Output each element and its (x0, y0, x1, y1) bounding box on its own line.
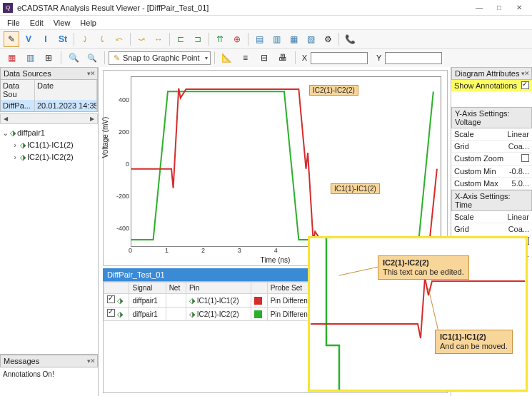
minimize-button[interactable]: — (469, 1, 489, 15)
row-checkbox[interactable] (107, 309, 115, 317)
window-title: eCADSTAR Analysis Result Viewer - [DiffP… (17, 4, 469, 12)
row-checkbox[interactable] (107, 295, 115, 303)
tool-phone[interactable]: 📞 (342, 31, 358, 47)
xtick: 3 (238, 247, 241, 254)
snap-icon[interactable]: ⊞ (41, 50, 56, 66)
align2-icon[interactable]: ⊟ (256, 50, 272, 66)
separator (295, 51, 296, 64)
menu-help[interactable]: Help (76, 17, 101, 29)
zoom-in-icon[interactable]: 🔍 (66, 50, 81, 66)
grid-col[interactable]: Pin (186, 283, 251, 294)
data-sources-table[interactable]: Data SouDate DiffPa...20.01.2023 14:35 (0, 80, 98, 112)
show-annotations-row[interactable]: Show Annotations (451, 80, 532, 91)
separator (104, 51, 105, 64)
section-header: X-Axis Settings: Time (451, 190, 532, 211)
maximize-button[interactable]: □ (489, 1, 509, 15)
tool-w4[interactable]: ▧ (303, 31, 318, 47)
app-icon: Q (3, 3, 13, 13)
h-scrollbar[interactable]: ◀▶ (0, 113, 98, 124)
prop-row[interactable]: ScaleLinear (451, 211, 532, 223)
xtick: 2 (201, 247, 205, 254)
tool-cur5[interactable]: ↔ (151, 31, 166, 47)
separator (61, 51, 61, 64)
svg-line-0 (339, 267, 378, 275)
xtick: 4 (274, 247, 278, 254)
prop-row[interactable]: Custom Max5.0... (451, 178, 532, 190)
tool-I[interactable]: I (38, 31, 54, 47)
menu-edit[interactable]: Edit (26, 17, 48, 29)
align-icon[interactable]: ▥ (22, 50, 38, 66)
toolbar-main: ✎VISt⤸⤹⤺⤻↔⊏⊐⇈⊕▤▥▦▧⚙📞 (0, 30, 532, 49)
grid-col[interactable]: Net (166, 283, 186, 294)
separator (214, 51, 215, 64)
ytick: 200 (115, 128, 129, 136)
tool-w3[interactable]: ▦ (286, 31, 301, 47)
tool-V[interactable]: V (21, 31, 36, 47)
tool-St[interactable]: St (55, 31, 71, 47)
chart-callout[interactable]: IC1(1)-IC1(2) (331, 183, 380, 194)
y-input[interactable] (385, 52, 442, 64)
messages-body: Annotations On! (0, 367, 98, 396)
grid-col[interactable] (251, 283, 267, 294)
prop-row[interactable]: Custom Min-0.8... (451, 166, 532, 178)
svg-line-1 (428, 288, 439, 335)
zoom-callout-2[interactable]: IC1(1)-IC1(2)And can be moved. (435, 330, 513, 354)
snap-mode-select[interactable]: ✎Snap to Graphic Point (109, 51, 211, 65)
tool-cur4[interactable]: ⤻ (134, 31, 149, 47)
left-panel: Data Sources▾ ✕ Data SouDate DiffPa...20… (0, 67, 99, 396)
x-label: X (302, 54, 307, 62)
print-icon[interactable]: 🖶 (275, 50, 291, 66)
title-bar: Q eCADSTAR Analysis Result Viewer - [Dif… (0, 0, 532, 16)
zoom-popup[interactable]: IC2(1)-IC2(2)This text can be edited. IC… (308, 236, 528, 392)
x-axis-label: Time (ns) (261, 256, 291, 264)
ruler-icon[interactable]: 📐 (219, 50, 235, 66)
prop-row[interactable]: GridCoa... (451, 141, 532, 153)
ytick: 400 (115, 96, 129, 103)
y-axis-label: Voltage (mV) (101, 116, 109, 158)
chart-callout[interactable]: IC2(1)-IC2(2) (309, 85, 358, 96)
show-annotations-checkbox[interactable] (521, 81, 529, 89)
tool-w2[interactable]: ▥ (268, 31, 284, 47)
menu-view[interactable]: View (49, 17, 75, 29)
tool-cur3[interactable]: ⤺ (111, 31, 127, 47)
tool-eye1[interactable]: ⊏ (173, 31, 189, 47)
prop-row[interactable]: Custom Zoom (451, 153, 532, 166)
section-header: Y-Axis Settings: Voltage (451, 107, 532, 128)
toolbar-secondary: ▦ ▥ ⊞ 🔍 🔍 ✎Snap to Graphic Point 📐 ≡ ⊟ 🖶… (0, 49, 532, 67)
close-button[interactable]: ✕ (509, 1, 529, 15)
grid-col[interactable]: Signal (129, 283, 166, 294)
col-date[interactable]: Date (35, 80, 97, 100)
zoom-out-icon[interactable]: 🔍 (84, 50, 100, 66)
diagram-attr-header: Diagram Attributes▾ ✕ (451, 67, 532, 80)
xtick: 1 (165, 247, 169, 254)
ytick: 0 (115, 161, 129, 168)
tool-mark1[interactable]: ⇈ (212, 31, 228, 47)
grid-col[interactable] (104, 283, 129, 294)
messages-panel: Messages▾ ✕ Annotations On! (0, 354, 98, 396)
ytick: -200 (115, 193, 129, 200)
ytick: -400 (115, 225, 129, 232)
xtick: 0 (129, 247, 132, 254)
tool-draw[interactable]: ✎ (4, 31, 19, 47)
menu-file[interactable]: File (3, 17, 24, 29)
tool-cur1[interactable]: ⤸ (77, 31, 93, 47)
pin-icon[interactable]: ▾ ✕ (87, 70, 94, 77)
prop-row[interactable]: GridCoa... (451, 223, 532, 235)
col-source[interactable]: Data Sou (1, 80, 35, 100)
zoom-callout-1[interactable]: IC2(1)-IC2(2)This text can be edited. (378, 255, 469, 280)
tool-gear[interactable]: ⚙ (320, 31, 336, 47)
data-sources-header: Data Sources▾ ✕ (0, 67, 98, 80)
stack-icon[interactable]: ≡ (238, 50, 254, 66)
prop-row[interactable]: ScaleLinear (451, 128, 532, 141)
tool-mark2[interactable]: ⊕ (229, 31, 245, 47)
tool-cur2[interactable]: ⤹ (94, 31, 110, 47)
data-source-row[interactable]: DiffPa...20.01.2023 14:35 (1, 100, 97, 111)
x-input[interactable] (311, 52, 368, 64)
y-label: Y (376, 54, 381, 62)
menu-bar: FileEditViewHelp (0, 16, 532, 30)
tool-eye2[interactable]: ⊐ (190, 31, 206, 47)
tool-w1[interactable]: ▤ (251, 31, 267, 47)
grid-icon[interactable]: ▦ (4, 50, 19, 66)
signal-tree[interactable]: ⌄⬗diffpair1 ›⬗IC1(1)-IC1(2) ›⬗IC2(1)-IC2… (0, 124, 98, 354)
